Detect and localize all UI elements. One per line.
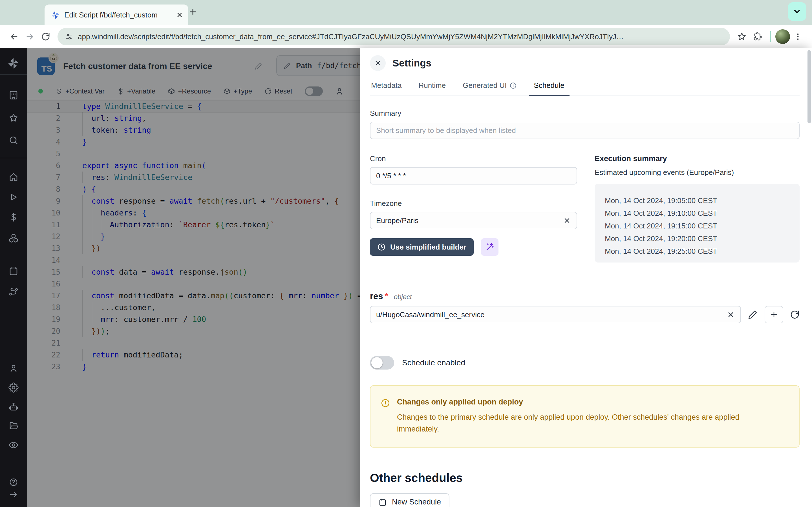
other-schedules-heading: Other schedules	[370, 471, 800, 485]
sidebar-item-settings-gear-icon[interactable]	[8, 383, 18, 393]
tab-title: Edit Script f/bd/fetch_custom	[64, 11, 173, 19]
sidebar-help-icon[interactable]	[9, 477, 18, 487]
timezone-value: Europe/Paris	[376, 216, 418, 225]
site-settings-icon[interactable]	[65, 33, 73, 41]
schedule-args-section: res * object u/HugoCasa/windmill_ee_serv…	[370, 291, 800, 323]
cron-label: Cron	[370, 154, 577, 163]
new-schedule-label: New Schedule	[392, 498, 441, 506]
sidebar-item-robot-icon[interactable]	[8, 402, 18, 412]
back-button[interactable]	[6, 32, 22, 41]
bookmark-star-icon[interactable]	[734, 32, 750, 41]
execution-summary-subtitle: Estimated upcoming events (Europe/Paris)	[595, 168, 800, 177]
windmill-logo-icon[interactable]	[8, 57, 19, 69]
execution-summary-title: Execution summary	[595, 154, 800, 163]
info-icon	[509, 82, 517, 89]
resource-input[interactable]: u/HugoCasa/windmill_ee_service	[370, 306, 741, 323]
tab-metadata[interactable]: Metadata	[370, 78, 403, 96]
panel-scrollbar[interactable]	[808, 50, 811, 123]
settings-title: Settings	[393, 57, 432, 69]
browser-tab[interactable]: Edit Script f/bd/fetch_custom	[45, 4, 188, 25]
sidebar-item-variables-icon[interactable]	[9, 212, 18, 222]
sidebar-item-favorites-star-icon[interactable]	[8, 113, 18, 123]
deploy-warning-banner: Changes only applied upon deploy Changes…	[370, 385, 800, 448]
tab-schedule[interactable]: Schedule	[532, 78, 565, 96]
add-resource-plus-button[interactable]	[765, 306, 783, 323]
sidebar-item-folders-icon[interactable]	[8, 421, 18, 431]
screen: Edit Script f/bd/fetch_custom	[0, 0, 812, 507]
settings-panel: Settings Metadata Runtime Generated UI S…	[360, 48, 812, 507]
summary-input[interactable]: Short summary to be displayed when liste…	[370, 122, 800, 139]
refresh-resource-button[interactable]	[790, 310, 800, 320]
sidebar-divider	[0, 158, 27, 158]
edit-resource-pencil-button[interactable]	[748, 309, 758, 320]
summary-placeholder: Short summary to be displayed when liste…	[376, 126, 516, 135]
sidebar-divider	[0, 74, 27, 75]
sidebar-item-workspace[interactable]	[8, 90, 18, 100]
sidebar-item-audit-eye-icon[interactable]	[8, 440, 18, 450]
sidebar-collapse-arrow-icon[interactable]	[9, 490, 18, 499]
cron-input[interactable]: 0 */5 * * *	[370, 167, 577, 184]
arg-type: object	[394, 293, 412, 301]
ai-wand-button[interactable]	[481, 238, 499, 256]
new-tab-button[interactable]	[188, 7, 197, 16]
timezone-label: Timezone	[370, 199, 577, 208]
settings-tabs: Metadata Runtime Generated UI Schedule	[370, 78, 800, 96]
sidebar-item-runs-icon[interactable]	[9, 192, 18, 202]
magic-wand-icon	[485, 242, 494, 251]
resource-value: u/HugoCasa/windmill_ee_service	[376, 311, 485, 319]
other-schedules-section: Other schedules New Schedule No other sc…	[370, 471, 800, 507]
schedule-event: Mon, 14 Oct 2024, 19:25:00 CEST	[605, 245, 790, 258]
sidebar-item-schedules-icon[interactable]	[8, 266, 18, 276]
close-settings-button[interactable]	[370, 55, 386, 71]
new-schedule-button[interactable]: New Schedule	[370, 493, 449, 507]
events-list: Mon, 14 Oct 2024, 19:05:00 CESTMon, 14 O…	[595, 184, 800, 263]
browser-toolbar: app.windmill.dev/scripts/edit/f/bd/fetch…	[0, 25, 812, 48]
warning-alert-icon	[380, 398, 390, 435]
calendar-icon	[378, 498, 387, 506]
resource-clear-icon[interactable]	[727, 311, 735, 319]
execution-summary: Execution summary Estimated upcoming eve…	[595, 154, 800, 263]
cron-value: 0 */5 * * *	[376, 172, 406, 180]
app-sidebar	[0, 48, 27, 507]
windmill-favicon-icon	[51, 10, 60, 19]
sidebar-item-resources-icon[interactable]	[8, 233, 18, 243]
url-bar[interactable]: app.windmill.dev/scripts/edit/f/bd/fetch…	[57, 28, 730, 45]
settings-header: Settings	[370, 55, 800, 71]
browser-menu-icon[interactable]	[790, 33, 806, 41]
schedule-event: Mon, 14 Oct 2024, 19:05:00 CEST	[605, 194, 790, 207]
tab-search-chevron-button[interactable]	[788, 2, 806, 21]
sidebar-item-home-icon[interactable]	[8, 172, 18, 182]
browser-chrome: Edit Script f/bd/fetch_custom	[0, 0, 812, 48]
toolbar-separator	[770, 31, 771, 42]
timezone-input[interactable]: Europe/Paris	[370, 212, 577, 229]
url-text[interactable]: app.windmill.dev/scripts/edit/f/bd/fetch…	[78, 33, 723, 41]
extensions-puzzle-icon[interactable]	[750, 32, 765, 41]
tab-generated-ui[interactable]: Generated UI	[462, 78, 518, 96]
schedule-event: Mon, 14 Oct 2024, 19:20:00 CEST	[605, 232, 790, 245]
sidebar-item-user-icon[interactable]	[9, 363, 18, 373]
tab-strip: Edit Script f/bd/fetch_custom	[0, 0, 812, 25]
arg-required-mark: *	[385, 291, 388, 301]
timezone-clear-icon[interactable]	[563, 217, 571, 224]
warning-body: Changes to the primary schedule are only…	[397, 411, 775, 435]
summary-label: Summary	[370, 109, 800, 118]
clock-icon	[377, 243, 386, 251]
tab-title-fade	[153, 11, 173, 19]
sidebar-item-flows-icon[interactable]	[8, 287, 18, 297]
tab-generated-ui-label: Generated UI	[463, 81, 507, 90]
reload-button[interactable]	[38, 32, 54, 41]
profile-avatar[interactable]	[775, 29, 790, 44]
tab-close-icon[interactable]	[176, 11, 183, 18]
simplified-builder-button[interactable]: Use simplified builder	[370, 238, 474, 256]
simplified-builder-label: Use simplified builder	[390, 243, 466, 251]
warning-title: Changes only applied upon deploy	[397, 398, 775, 406]
tab-runtime[interactable]: Runtime	[417, 78, 447, 96]
schedule-enabled-toggle[interactable]	[370, 356, 394, 370]
schedule-event: Mon, 14 Oct 2024, 19:10:00 CEST	[605, 207, 790, 220]
schedule-event: Mon, 14 Oct 2024, 19:15:00 CEST	[605, 220, 790, 232]
arg-name: res	[370, 291, 383, 301]
sidebar-item-search-icon[interactable]	[8, 135, 18, 145]
forward-button[interactable]	[22, 32, 38, 41]
schedule-enabled-label: Schedule enabled	[402, 358, 465, 367]
